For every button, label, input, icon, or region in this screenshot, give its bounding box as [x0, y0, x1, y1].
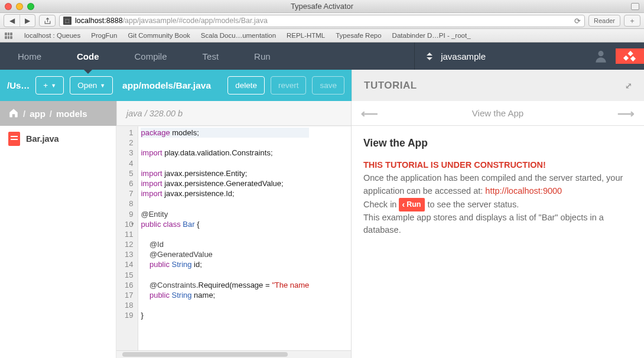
horizontal-scrollbar[interactable] [116, 350, 351, 358]
reload-button[interactable]: ⟳ [574, 17, 581, 25]
forward-button[interactable]: ▶ [19, 15, 35, 27]
breadcrumb-seg[interactable]: models [56, 109, 87, 119]
project-switcher[interactable]: javasample [415, 51, 497, 61]
window-control-icon[interactable] [631, 3, 639, 10]
nav-buttons: ◀ ▶ [4, 14, 35, 27]
breadcrumb: / app / models [0, 101, 116, 126]
sort-icon [427, 53, 432, 60]
bookmark-item[interactable]: Typesafe Repo [336, 32, 381, 39]
tutorial-warning: THIS TUTORIAL IS UNDER CONSTRUCTION! [363, 160, 546, 170]
mac-titlebar: Typesafe Activator [0, 0, 644, 13]
content: / app / models java / 328.00 b Bar.java [0, 101, 644, 358]
editor-row: Bar.java 12345678910111213141516171819 p… [0, 126, 351, 358]
scrollbar-thumb[interactable] [122, 352, 288, 357]
tab-code[interactable]: Code [59, 43, 117, 70]
bookmark-item[interactable]: Git Community Book [128, 32, 190, 39]
window-title: Typesafe Activator [291, 2, 353, 11]
file-tree: Bar.java [0, 126, 116, 358]
zoom-window-button[interactable] [27, 3, 34, 10]
gutter: 12345678910111213141516171819 [116, 126, 138, 350]
top-sites-icon[interactable] [5, 32, 12, 39]
action-bar: /Us… +▼ Open▼ app/models/Bar.java delete… [0, 70, 352, 101]
titlebar-right [631, 3, 639, 10]
open-button[interactable]: Open▼ [70, 76, 113, 95]
path-root: /Us… [7, 80, 30, 90]
back-button[interactable]: ◀ [4, 15, 19, 27]
tutorial-title: View the App [363, 135, 632, 151]
minimize-window-button[interactable] [16, 3, 23, 10]
user-icon[interactable] [497, 48, 616, 64]
typesafe-logo[interactable] [616, 48, 644, 64]
url-path: /app/javasample/#code/app/models/Bar.jav… [123, 17, 268, 25]
bookmark-item[interactable]: Databinder D…PI - _root_ [392, 32, 471, 39]
breadcrumb-seg[interactable]: app [30, 109, 45, 119]
svg-rect-2 [627, 51, 633, 56]
svg-point-0 [598, 51, 603, 56]
tree-item-label: Bar.java [26, 134, 59, 144]
bookmark-item[interactable]: ProgFun [91, 32, 117, 39]
share-button[interactable] [39, 15, 56, 27]
code-editor[interactable]: 12345678910111213141516171819 package mo… [116, 126, 351, 358]
bookmark-item[interactable]: Scala Docu…umentation [201, 32, 276, 39]
app-shell: Home Code Compile Test Run javasample /U… [0, 43, 644, 358]
tutorial-header: TUTORIAL ⤢ [352, 70, 644, 101]
prev-arrow-icon[interactable]: ⟵ [361, 106, 378, 121]
reader-button[interactable]: Reader [588, 15, 620, 27]
tutorial-header-label: TUTORIAL [364, 80, 417, 92]
project-name: javasample [441, 51, 486, 61]
tutorial-link[interactable]: http://localhost:9000 [485, 186, 562, 196]
site-favicon: ⬚ [63, 17, 71, 25]
breadcrumb-sep: / [23, 109, 25, 119]
svg-rect-1 [623, 56, 629, 61]
breadcrumb-sep: / [50, 109, 52, 119]
bookmark-item[interactable]: localhost : Queues [24, 32, 80, 39]
run-badge[interactable]: Run [399, 198, 425, 211]
file-lang: java [126, 109, 142, 118]
traffic-lights [5, 3, 34, 10]
tutorial-nav-title: View the App [378, 108, 617, 118]
file-size: 328.00 b [149, 109, 183, 118]
tutorial-text: to see the server status. [425, 200, 519, 209]
delete-button[interactable]: delete [227, 76, 265, 95]
top-nav: Home Code Compile Test Run javasample [0, 43, 644, 70]
add-button[interactable]: ＋ [624, 15, 640, 27]
browser-toolbar: ◀ ▶ ⬚ localhost:8888 /app/javasample/#co… [0, 13, 644, 29]
tutorial-text: Check in [363, 200, 399, 209]
url-host: localhost:8888 [75, 17, 123, 25]
svg-rect-3 [630, 56, 636, 61]
right-column: ⟵ View the App ⟶ View the App THIS TUTOR… [352, 101, 644, 358]
tab-home[interactable]: Home [0, 43, 59, 70]
tree-item[interactable]: Bar.java [0, 126, 116, 152]
home-icon[interactable] [8, 108, 19, 120]
tutorial-nav: ⟵ View the App ⟶ [352, 101, 644, 126]
add-file-button[interactable]: +▼ [35, 76, 64, 95]
revert-button[interactable]: revert [271, 76, 307, 95]
save-button[interactable]: save [312, 76, 344, 95]
code-area[interactable]: package models; import play.data.validat… [138, 126, 309, 350]
expand-icon[interactable]: ⤢ [625, 81, 633, 90]
bookmarks-bar: localhost : Queues ProgFun Git Community… [0, 29, 644, 43]
tutorial-text: This example app stores and displays a l… [363, 211, 632, 237]
tab-test[interactable]: Test [185, 43, 237, 70]
next-arrow-icon[interactable]: ⟶ [617, 106, 635, 121]
bookmark-item[interactable]: REPL-HTML [287, 32, 325, 39]
file-info: java / 328.00 b [116, 101, 351, 126]
address-bar[interactable]: ⬚ localhost:8888 /app/javasample/#code/a… [59, 15, 585, 27]
file-icon [8, 132, 20, 146]
file-path: app/models/Bar.java [122, 80, 211, 91]
close-window-button[interactable] [5, 3, 12, 10]
left-column: / app / models java / 328.00 b Bar.java [0, 101, 352, 358]
tab-run[interactable]: Run [236, 43, 288, 70]
tutorial-body: View the App THIS TUTORIAL IS UNDER CONS… [352, 126, 644, 246]
tab-compile[interactable]: Compile [117, 43, 185, 70]
nav-right: javasample [414, 43, 644, 70]
